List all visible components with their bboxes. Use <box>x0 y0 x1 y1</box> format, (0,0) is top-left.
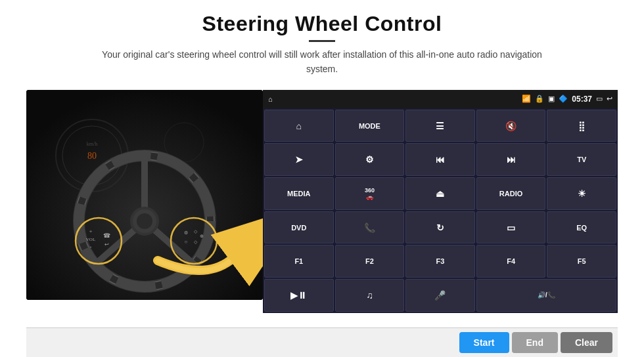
page-title: Steering Wheel Control <box>92 12 552 36</box>
screen-icon: ▭ <box>596 94 603 103</box>
nav-button[interactable]: ⌂ <box>264 110 334 142</box>
svg-text:80: 80 <box>87 151 97 161</box>
music-button[interactable]: ♫ <box>335 279 405 312</box>
button-grid: ⌂ MODE ☰ 🔇 ⣿ ➤ ⚙ ⏮ ⏭ TV MEDIA 360🚗 ⏏ RAD… <box>263 108 618 313</box>
eq-button[interactable]: EQ <box>547 211 616 244</box>
next-button[interactable]: ⏭ <box>476 143 546 176</box>
home-icon: ⌂ <box>268 95 273 103</box>
end-button[interactable]: End <box>512 332 558 353</box>
mode-button[interactable]: MODE <box>335 110 405 142</box>
media-button[interactable]: MEDIA <box>264 177 334 210</box>
svg-text:☎: ☎ <box>103 232 110 239</box>
title-divider <box>309 40 335 42</box>
page-subtitle: Your original car's steering wheel contr… <box>92 47 552 77</box>
status-left: ⌂ <box>268 95 273 103</box>
status-right: 📶 🔒 ▣ 🔷 05:37 ▭ ↩ <box>522 94 612 104</box>
send-button[interactable]: ➤ <box>264 143 334 176</box>
f4-button[interactable]: F4 <box>476 245 546 278</box>
svg-text:VOL: VOL <box>86 237 95 242</box>
eject-button[interactable]: ⏏ <box>405 177 475 210</box>
status-bar: ⌂ 📶 🔒 ▣ 🔷 05:37 ▭ ↩ <box>263 90 618 108</box>
action-bar: Start End Clear <box>26 327 618 357</box>
mic-button[interactable]: 🎤 <box>405 279 475 312</box>
brightness-button[interactable]: ☀ <box>547 177 616 210</box>
wifi-icon: 📶 <box>522 94 531 103</box>
prev-button[interactable]: ⏮ <box>405 143 475 176</box>
title-section: Steering Wheel Control Your original car… <box>92 12 552 77</box>
lock-icon: 🔒 <box>535 94 544 103</box>
svg-text:-: - <box>90 243 92 250</box>
volphone-button[interactable]: 🔊/📞 <box>476 279 616 312</box>
playpause-button[interactable]: ▶⏸ <box>264 279 334 312</box>
tv-button[interactable]: TV <box>547 143 616 176</box>
svg-text:↩: ↩ <box>104 242 109 247</box>
page-wrapper: Steering Wheel Control Your original car… <box>0 0 644 357</box>
back-icon: ↩ <box>607 94 612 103</box>
apps-button[interactable]: ⣿ <box>547 110 616 142</box>
control-panel: ⌂ 📶 🔒 ▣ 🔷 05:37 ▭ ↩ ⌂ MODE ☰ 🔇 <box>263 90 618 313</box>
svg-text:⚙: ⚙ <box>184 230 188 236</box>
f5-button[interactable]: F5 <box>547 245 616 278</box>
svg-text:⊕: ⊕ <box>200 234 204 239</box>
dvd-button[interactable]: DVD <box>264 211 334 244</box>
display-button[interactable]: ▭ <box>476 211 546 244</box>
cam360-button[interactable]: 360🚗 <box>335 177 405 210</box>
list-button[interactable]: ☰ <box>405 110 475 142</box>
svg-text:○: ○ <box>185 239 188 245</box>
rotate-button[interactable]: ↻ <box>405 211 475 244</box>
svg-text:km/h: km/h <box>87 141 97 147</box>
steering-wheel-image: km/h 80 <box>26 90 263 300</box>
content-area: km/h 80 <box>26 90 618 313</box>
radio-button[interactable]: RADIO <box>476 177 546 210</box>
f1-button[interactable]: F1 <box>264 245 334 278</box>
mute-button[interactable]: 🔇 <box>476 110 546 142</box>
clear-button[interactable]: Clear <box>561 332 612 353</box>
f3-button[interactable]: F3 <box>405 245 475 278</box>
settings-button[interactable]: ⚙ <box>335 143 405 176</box>
f2-button[interactable]: F2 <box>335 245 405 278</box>
svg-point-16 <box>137 213 152 229</box>
start-button[interactable]: Start <box>459 332 509 353</box>
status-time: 05:37 <box>572 94 592 104</box>
bluetooth-icon: 🔷 <box>559 94 568 103</box>
sim-icon: ▣ <box>548 94 555 103</box>
phone-button[interactable]: 📞 <box>335 211 405 244</box>
svg-text:+: + <box>89 228 92 234</box>
